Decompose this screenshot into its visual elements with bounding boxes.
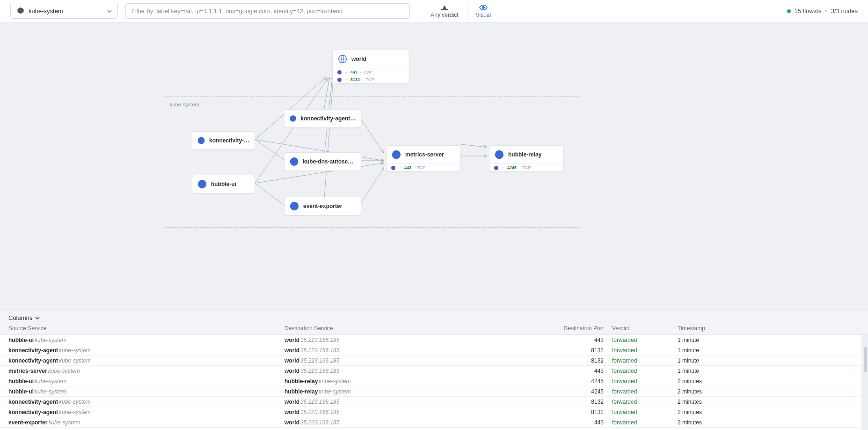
table-row[interactable]: hubble-uikube-systemhubble-relaykube-sys… <box>0 386 868 397</box>
header-port: Destination Port <box>556 325 612 332</box>
namespace-selector[interactable]: kube-system <box>10 4 118 19</box>
table-row[interactable]: konnectivity-agent-autoscalerkube-system… <box>0 428 868 430</box>
kubernetes-icon <box>289 156 299 167</box>
mode-group: Any verdict Visual <box>422 2 499 20</box>
header-source: Source Service <box>8 325 284 332</box>
namespace-label: kube-system <box>29 7 63 15</box>
table-row[interactable]: konnectivity-agentkube-systemworld35.223… <box>0 356 868 366</box>
header-verdict: Verdict <box>612 325 649 332</box>
port-row: →443·TCP <box>387 164 460 171</box>
flows-panel: Columns Source Service Destination Servi… <box>0 310 868 430</box>
table-row[interactable]: event-exporterkube-systemworld35.223.166… <box>0 417 868 428</box>
node-title: konnectivity-agent-autosc… <box>300 115 356 122</box>
node-konnectivity-agent-autoscaler[interactable]: konnectivity-agent-autosc… <box>284 109 361 128</box>
table-row[interactable]: metrics-serverkube-systemworld35.223.166… <box>0 366 868 376</box>
verdict-icon <box>440 4 449 11</box>
visual-button[interactable]: Visual <box>467 2 499 20</box>
node-title: kube-dns-autoscaler <box>303 158 356 165</box>
kubernetes-icon <box>197 179 207 189</box>
table-row[interactable]: konnectivity-agentkube-systemworld35.223… <box>0 407 868 417</box>
table-body[interactable]: hubble-uikube-systemworld35.223.166.1854… <box>0 335 868 430</box>
node-title: world <box>351 56 366 62</box>
port-row: →8132·TCP <box>333 76 409 83</box>
node-title: event-exporter <box>303 203 342 209</box>
status-group: 15 flows/s • 3/3 nodes <box>787 7 858 15</box>
node-metrics-server[interactable]: metrics-server →443·TCP <box>386 145 461 172</box>
flows-rate: 15 flows/s <box>795 7 822 15</box>
node-kube-dns-autoscaler[interactable]: kube-dns-autoscaler <box>284 152 361 171</box>
port-row: →4245·TCP <box>489 164 563 171</box>
graph-canvas[interactable]: world →443·TCP →8132·TCP kube-system kon… <box>0 22 868 310</box>
table-header: Source Service Destination Service Desti… <box>0 325 868 335</box>
kubernetes-icon <box>494 149 504 160</box>
chevron-down-icon <box>107 9 112 14</box>
scrollbar-thumb[interactable] <box>864 347 867 372</box>
nodes-ratio: 3/3 nodes <box>831 7 858 15</box>
node-hubble-relay[interactable]: hubble-relay →4245·TCP <box>489 145 564 172</box>
table-row[interactable]: konnectivity-agentkube-systemworld35.223… <box>0 397 868 407</box>
namespace-box-label: kube-system <box>168 101 576 108</box>
node-title: metrics-server <box>405 151 444 158</box>
node-hubble-ui[interactable]: hubble-ui <box>192 175 255 193</box>
eye-icon <box>479 4 488 11</box>
node-event-exporter[interactable]: event-exporter <box>284 197 361 215</box>
svg-rect-1 <box>441 9 448 10</box>
kubernetes-icon <box>289 201 299 211</box>
kubernetes-icon <box>16 7 25 15</box>
status-dot-icon <box>787 9 791 13</box>
visual-label: Visual <box>476 12 491 18</box>
node-title: hubble-relay <box>508 151 541 158</box>
kubernetes-icon <box>391 149 401 160</box>
kubernetes-icon <box>197 135 205 146</box>
node-title: konnectivity-agent <box>209 137 250 144</box>
table-row[interactable]: hubble-uikube-systemhubble-relaykube-sys… <box>0 376 868 386</box>
columns-button[interactable]: Columns <box>0 311 868 325</box>
table-row[interactable]: hubble-uikube-systemworld35.223.166.1854… <box>0 335 868 345</box>
chevron-down-icon <box>35 316 40 320</box>
filter-input[interactable] <box>125 3 410 19</box>
globe-icon <box>337 54 348 64</box>
header-destination: Destination Service <box>284 325 556 332</box>
topbar: kube-system Any verdict Visual 15 flows/… <box>0 0 868 22</box>
any-verdict-button[interactable]: Any verdict <box>422 2 467 20</box>
svg-point-2 <box>482 6 484 8</box>
node-konnectivity-agent[interactable]: konnectivity-agent <box>192 131 255 150</box>
node-title: hubble-ui <box>211 181 236 187</box>
port-row: →443·TCP <box>333 68 409 76</box>
table-row[interactable]: konnectivity-agentkube-systemworld35.223… <box>0 345 868 356</box>
node-world[interactable]: world →443·TCP →8132·TCP <box>332 50 409 84</box>
any-verdict-label: Any verdict <box>430 12 458 18</box>
kubernetes-icon <box>289 113 297 124</box>
header-timestamp: Timestamp <box>649 325 860 332</box>
